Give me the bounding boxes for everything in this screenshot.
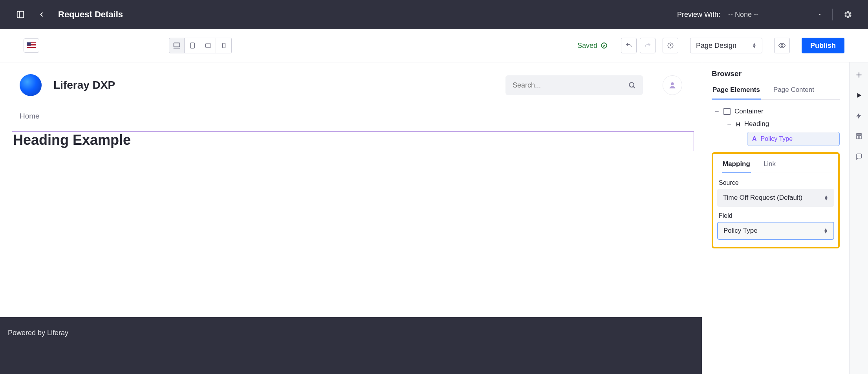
source-value: Time Off Request (Default) [723,194,802,202]
save-status-label: Saved [577,42,597,50]
svg-rect-13 [222,43,225,48]
device-phone-button[interactable] [216,38,232,53]
side-rail [849,62,868,374]
page-title: Request Details [58,9,123,20]
footer-text: Powered by Liferay [8,329,68,337]
field-select[interactable]: Policy Type ▲▼ [717,222,834,240]
svg-rect-8 [27,42,31,46]
svg-point-19 [671,82,674,85]
brand-logo [20,74,42,96]
search-input[interactable] [513,81,624,89]
history-button[interactable] [663,38,678,53]
svg-rect-7 [27,48,36,49]
mapping-highlight-box: Mapping Link Source Time Off Request (De… [712,152,840,248]
search-box[interactable] [505,75,643,95]
svg-point-16 [781,45,783,47]
collapse-icon[interactable]: – [714,108,720,115]
page-footer: Powered by Liferay [0,317,702,374]
tree-label-policy-type: Policy Type [761,135,793,142]
back-icon[interactable] [37,10,46,19]
preview-with-label: Preview With: [677,11,720,19]
svg-rect-6 [27,46,36,47]
preview-button[interactable] [774,38,790,53]
preview-with-value: -- None -- [728,11,758,19]
tab-page-elements[interactable]: Page Elements [712,84,761,100]
toolbar: Saved Page Design ▲▼ Publish [0,29,868,62]
field-label: Field [719,212,834,219]
heading-icon: H [736,121,740,128]
collapse-icon[interactable]: – [727,120,732,128]
publish-button[interactable]: Publish [802,38,844,53]
select-stepper-icon: ▲▼ [824,195,828,201]
field-value: Policy Type [723,227,758,235]
device-tablet-button[interactable] [185,38,200,53]
breadcrumb-home[interactable]: Home [20,112,40,120]
workspace: Liferay DXP Home Heading Example Powered… [0,62,868,374]
save-status: Saved [577,42,608,50]
svg-rect-11 [190,43,194,48]
heading-fragment[interactable]: Heading Example [12,131,694,151]
svg-rect-0 [17,11,24,18]
edit-mode-select[interactable]: Page Design ▲▼ [690,38,762,53]
svg-rect-9 [174,43,180,47]
device-desktop-button[interactable] [169,38,185,53]
tree-node-policy-type[interactable]: A Policy Type [747,132,840,146]
svg-line-18 [634,87,635,88]
tree-label-container: Container [734,108,764,115]
svg-rect-23 [857,133,861,135]
source-label: Source [719,179,834,186]
svg-marker-22 [857,93,861,98]
heading-text: Heading Example [13,132,694,148]
select-stepper-icon: ▲▼ [824,228,828,234]
select-stepper-icon: ▲▼ [752,43,756,48]
breadcrumb[interactable]: Home [0,96,702,124]
preview-with-select[interactable]: -- None -- [728,11,822,19]
edit-mode-label: Page Design [696,42,736,50]
page-structure-icon[interactable] [853,130,865,142]
brand-name: Liferay DXP [53,79,115,91]
device-tablet-landscape-button[interactable] [200,38,216,53]
undo-button[interactable] [621,38,637,53]
tab-link[interactable]: Link [763,159,776,173]
search-icon [628,81,636,89]
browser-tabs: Page Elements Page Content [712,84,840,100]
user-avatar[interactable] [663,75,682,95]
tree-node-heading[interactable]: – H Heading [712,118,840,130]
tab-mapping[interactable]: Mapping [722,159,751,173]
tree-node-container[interactable]: – Container [712,105,840,118]
divider [832,9,833,20]
source-select[interactable]: Time Off Request (Default) ▲▼ [717,189,834,207]
svg-rect-12 [205,44,211,47]
svg-point-17 [629,82,634,87]
browser-rail-icon[interactable] [853,89,865,102]
page-design-options-icon[interactable] [853,109,865,122]
settings-icon[interactable] [843,10,852,19]
redo-button[interactable] [640,38,656,53]
device-preview-group [169,38,232,53]
page-canvas: Liferay DXP Home Heading Example Powered… [0,62,702,374]
svg-rect-25 [859,136,861,139]
top-bar: Request Details Preview With: -- None -- [0,0,868,29]
browser-panel-title: Browser [712,69,840,78]
comments-icon[interactable] [853,150,865,163]
tree-label-heading: Heading [744,120,769,128]
add-fragment-icon[interactable] [853,69,865,81]
browser-panel: Browser Page Elements Page Content – Con… [702,62,849,374]
sidebar-toggle-icon[interactable] [16,10,25,19]
svg-rect-24 [857,136,859,139]
mapping-tabs: Mapping Link [717,159,834,173]
svg-marker-2 [819,14,821,16]
container-icon [723,108,731,115]
language-selector[interactable] [24,38,39,53]
tab-page-content[interactable]: Page Content [773,84,815,99]
text-icon: A [752,135,757,142]
